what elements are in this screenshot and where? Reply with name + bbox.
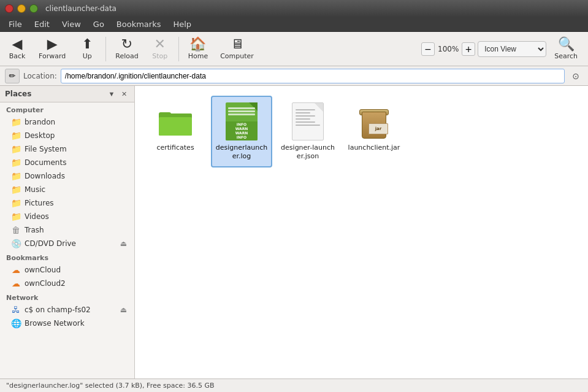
back-icon: ◀ (12, 37, 23, 51)
json-line-2 (296, 112, 310, 113)
sidebar-item-owncloud2[interactable]: ☁ ownCloud2 (1, 277, 133, 290)
home-label: Home (188, 52, 208, 60)
menu-view[interactable]: View (56, 18, 87, 30)
locationbar: ✏ Location: ⊙ (0, 66, 588, 86)
close-button[interactable] (5, 4, 13, 13)
stop-icon: ✕ (154, 37, 165, 51)
desktop-folder-icon: 📁 (11, 131, 21, 140)
champfs02-eject-button[interactable]: ⏏ (120, 306, 127, 314)
sidebar-item-music-label: Music (25, 185, 45, 194)
back-button[interactable]: ◀ Back (2, 34, 32, 64)
log-text-info2: INFO (237, 136, 246, 139)
file-item-launchclient-jar[interactable]: jar launchclient.jar (343, 96, 405, 167)
svg-rect-2 (159, 117, 192, 136)
sidebar-item-browsenetwork[interactable]: 🌐 Browse Network (1, 317, 133, 330)
certificates-icon-area (156, 102, 195, 141)
certificates-label: certificates (156, 144, 194, 152)
file-item-designerlauncher-log[interactable]: INFO WARN WARN INFO designerlauncher.log (211, 96, 272, 167)
zoom-out-button[interactable]: − (421, 42, 435, 56)
menu-help[interactable]: Help (167, 18, 197, 30)
forward-label: Forward (39, 52, 66, 60)
sidebar-item-champfs02[interactable]: 🖧 c$ on champ-fs02 ⏏ (1, 303, 133, 317)
sidebar-item-brandon[interactable]: 📁 brandon (1, 115, 133, 129)
reload-button[interactable]: ↻ Reload (110, 34, 143, 64)
json-line-5 (296, 121, 315, 123)
sidebar-item-downloads-label: Downloads (25, 172, 65, 180)
menu-edit[interactable]: Edit (28, 18, 56, 30)
search-label: Search (554, 52, 578, 60)
up-label: Up (83, 52, 92, 60)
log-line-3 (228, 113, 255, 115)
location-end-button[interactable]: ⊙ (568, 69, 583, 83)
sidebar-close-button[interactable]: ✕ (118, 88, 129, 99)
champfs02-icon: 🖧 (11, 305, 21, 315)
zoom-area: − 100% + Icon View List View Compact Vie… (421, 34, 583, 64)
log-file-icon: INFO WARN WARN INFO (226, 102, 258, 140)
sidebar-item-brandon-label: brandon (25, 118, 55, 126)
log-icon-label-area: INFO WARN WARN INFO (226, 121, 258, 140)
main-area: Places ▼ ✕ Computer 📁 brandon 📁 Desktop … (0, 86, 588, 379)
sidebar-item-trash[interactable]: 🗑 Trash (1, 223, 133, 237)
edit-path-button[interactable]: ✏ (5, 69, 20, 83)
sidebar-item-trash-label: Trash (25, 226, 44, 234)
documents-folder-icon: 📁 (11, 158, 21, 167)
menu-bookmarks[interactable]: Bookmarks (110, 18, 167, 30)
reload-label: Reload (115, 52, 138, 60)
sidebar-item-cddvd-label: CD/DVD Drive (25, 239, 76, 248)
log-line-2 (228, 110, 255, 112)
search-icon: 🔍 (558, 37, 575, 51)
log-icon-lines (228, 107, 255, 115)
file-item-certificates[interactable]: certificates (145, 96, 206, 167)
up-button[interactable]: ⬆ Up (72, 34, 102, 64)
sidebar-item-documents-label: Documents (25, 158, 66, 167)
sidebar-item-cddvd[interactable]: 💿 CD/DVD Drive ⏏ (1, 237, 133, 250)
sidebar-item-pictures[interactable]: 📁 Pictures (1, 196, 133, 210)
maximize-button[interactable] (29, 4, 38, 13)
file-item-designer-launcher-json[interactable]: designer-launcher.json (277, 96, 338, 167)
launchclient-jar-label: launchclient.jar (348, 144, 400, 152)
statusbar-text: "designerlauncher.log" selected (3.7 kB)… (6, 382, 215, 390)
toolbar-separator-2 (178, 37, 179, 61)
sidebar-toggle-button[interactable]: ▼ (106, 88, 117, 99)
computer-section-label: Computer (0, 102, 134, 115)
view-select[interactable]: Icon View List View Compact View (478, 41, 546, 57)
sidebar-item-owncloud[interactable]: ☁ ownCloud (1, 263, 133, 277)
sidebar-item-browsenetwork-label: Browse Network (25, 319, 85, 328)
minimize-button[interactable] (17, 4, 26, 13)
jar-body: jar (362, 112, 386, 139)
up-icon: ⬆ (82, 37, 93, 51)
sidebar-item-filesystem[interactable]: 📁 File System (1, 142, 133, 156)
menubar: File Edit View Go Bookmarks Help (0, 17, 588, 32)
sidebar-item-champfs02-label: c$ on champ-fs02 (25, 306, 91, 314)
json-line-4 (296, 118, 310, 120)
zoom-level: 100% (437, 45, 459, 53)
jar-icon-area: jar (354, 102, 394, 141)
forward-button[interactable]: ▶ Forward (33, 34, 71, 64)
sidebar-item-downloads[interactable]: 📁 Downloads (1, 169, 133, 183)
search-button[interactable]: 🔍 Search (549, 34, 583, 64)
log-icon-area: INFO WARN WARN INFO (222, 102, 261, 141)
json-icon-area (288, 102, 327, 141)
json-line-3 (296, 115, 315, 117)
location-label: Location: (23, 72, 57, 80)
zoom-in-button[interactable]: + (462, 42, 475, 56)
home-icon: 🏠 (189, 37, 206, 51)
cddvd-eject-button[interactable]: ⏏ (120, 239, 127, 248)
sidebar-item-videos[interactable]: 📁 Videos (1, 210, 133, 223)
computer-button[interactable]: 🖥 Computer (215, 34, 259, 64)
json-line-6 (296, 125, 320, 126)
designer-launcher-json-label: designer-launcher.json (281, 144, 335, 161)
location-input[interactable] (61, 69, 565, 83)
sidebar-item-documents[interactable]: 📁 Documents (1, 156, 133, 169)
jar-file-icon: jar (358, 104, 390, 139)
sidebar-item-desktop[interactable]: 📁 Desktop (1, 129, 133, 142)
toolbar: ◀ Back ▶ Forward ⬆ Up ↻ Reload ✕ Stop 🏠 … (0, 32, 588, 66)
sidebar-item-pictures-label: Pictures (25, 199, 54, 207)
brandon-folder-icon: 📁 (11, 117, 21, 127)
home-button[interactable]: 🏠 Home (183, 34, 213, 64)
sidebar-item-music[interactable]: 📁 Music (1, 183, 133, 196)
menu-go[interactable]: Go (87, 18, 110, 30)
menu-file[interactable]: File (2, 18, 28, 30)
places-title: Places (5, 90, 31, 98)
stop-button[interactable]: ✕ Stop (145, 34, 175, 64)
